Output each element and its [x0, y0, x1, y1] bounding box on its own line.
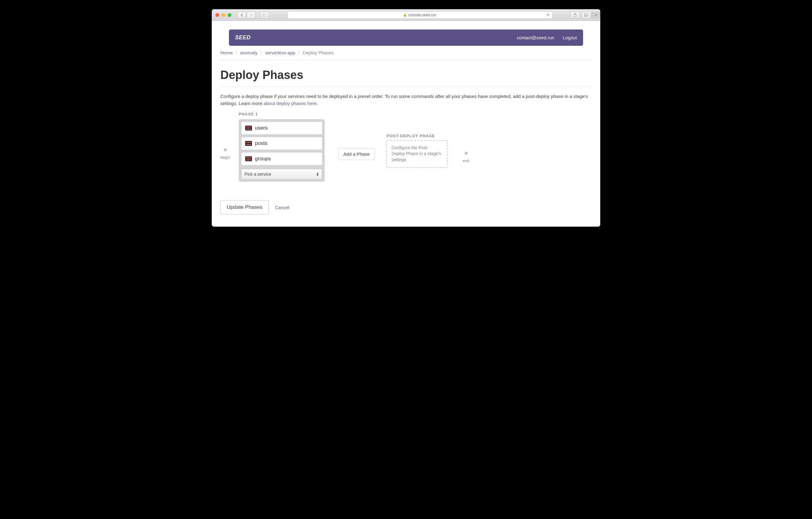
window-close-icon[interactable] — [215, 13, 219, 17]
update-phases-button[interactable]: Update Phases — [220, 200, 269, 214]
service-item-users[interactable]: users — [241, 121, 322, 135]
back-button[interactable] — [237, 12, 246, 19]
page-content: SEED contact@seed.run Logout Home / anom… — [212, 21, 600, 227]
service-icon — [245, 141, 252, 146]
phase-header: PHASE 1 — [239, 112, 258, 116]
traffic-lights — [215, 13, 231, 17]
logout-link[interactable]: Logout — [563, 35, 577, 40]
breadcrumb-app[interactable]: serverless-app — [265, 50, 295, 55]
new-tab-button[interactable]: + — [592, 12, 600, 19]
forward-button[interactable] — [247, 12, 255, 19]
end-marker: end — [463, 145, 469, 163]
phase-box: PHASE 1 users posts groups — [239, 119, 325, 182]
service-select[interactable]: Pick a service — [241, 169, 322, 179]
post-deploy-box: POST-DEPLOY PHASE Configure the Post-Dep… — [386, 140, 447, 168]
end-dot-icon — [465, 152, 468, 155]
contact-email-link[interactable]: contact@seed.run — [517, 35, 554, 40]
begin-marker: begin — [220, 142, 230, 160]
page-description: Configure a deploy phase if your service… — [220, 86, 592, 107]
address-bar[interactable]: 🔒 console.seed.run ⟳ — [287, 11, 552, 19]
share-button[interactable] — [571, 12, 579, 19]
end-label: end — [463, 159, 469, 163]
service-icon — [245, 156, 252, 161]
breadcrumb-org[interactable]: anomaly — [240, 50, 258, 55]
browser-chrome: 🔒 console.seed.run ⟳ + — [212, 9, 600, 21]
browser-right-buttons — [571, 12, 590, 19]
breadcrumb-home[interactable]: Home — [220, 50, 233, 55]
service-name: posts — [255, 140, 268, 146]
learn-more-link[interactable]: about deploy phases here — [264, 101, 317, 106]
service-select-wrapper: Pick a service ▲▼ — [241, 169, 322, 179]
add-phase-button[interactable]: Add a Phase — [338, 148, 375, 160]
breadcrumb-separator: / — [298, 50, 299, 55]
post-deploy-header: POST-DEPLOY PHASE — [387, 133, 435, 139]
url-text: console.seed.run — [408, 13, 436, 17]
page-title: Deploy Phases — [220, 60, 592, 86]
svg-rect-0 — [262, 13, 267, 17]
service-icon — [245, 126, 252, 131]
cancel-link[interactable]: Cancel — [275, 205, 289, 210]
service-item-posts[interactable]: posts — [241, 137, 322, 150]
service-item-groups[interactable]: groups — [241, 152, 322, 165]
logo[interactable]: SEED — [235, 34, 251, 41]
service-name: groups — [255, 156, 271, 162]
begin-dot-icon — [224, 148, 227, 152]
svg-rect-4 — [585, 13, 588, 16]
phases-editor: begin PHASE 1 users posts groups — [220, 107, 592, 200]
tabs-button[interactable] — [582, 12, 590, 19]
browser-window: 🔒 console.seed.run ⟳ + SEED contact@seed… — [212, 9, 600, 227]
reload-icon[interactable]: ⟳ — [547, 13, 550, 17]
post-deploy-text: Configure the Post-Deploy Phase in a sta… — [392, 145, 441, 162]
nav-right: contact@seed.run Logout — [517, 35, 577, 40]
app-nav-bar: SEED contact@seed.run Logout — [229, 29, 583, 46]
breadcrumb-separator: / — [236, 50, 237, 55]
nav-buttons — [237, 12, 255, 19]
window-minimize-icon[interactable] — [222, 13, 225, 17]
actions: Update Phases Cancel — [220, 200, 592, 214]
breadcrumb: Home / anomaly / serverless-app / Deploy… — [220, 46, 592, 60]
window-maximize-icon[interactable] — [228, 13, 231, 17]
begin-label: begin — [220, 155, 230, 160]
breadcrumb-current: Deploy Phases — [303, 50, 334, 55]
lock-icon: 🔒 — [403, 13, 407, 17]
sidebar-toggle-button[interactable] — [260, 12, 269, 19]
service-name: users — [255, 125, 268, 131]
breadcrumb-separator: / — [261, 50, 262, 55]
